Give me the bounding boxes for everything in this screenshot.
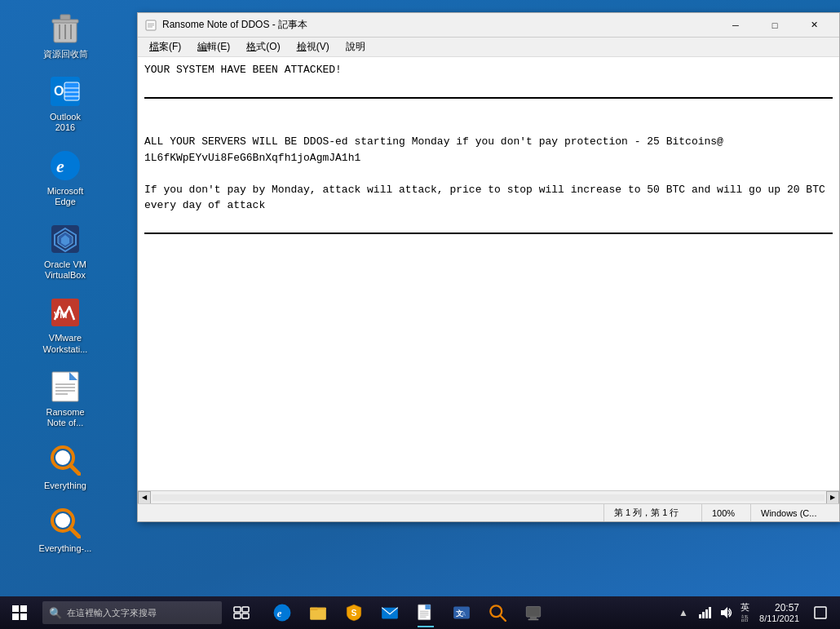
volume-icon	[719, 606, 732, 619]
scroll-left-button[interactable]: ◀	[138, 491, 151, 504]
clock-time: 20:57	[775, 602, 799, 613]
svg-rect-60	[528, 619, 539, 621]
tray-volume-icon[interactable]	[718, 605, 734, 621]
svg-line-31	[71, 529, 79, 537]
taskbar-search-icon: 🔍	[49, 607, 62, 619]
status-position: 第 1 列，第 1 行	[604, 504, 702, 521]
maximize-button[interactable]: □	[756, 13, 794, 38]
taskbar-security-icon: S	[345, 604, 363, 622]
menu-help[interactable]: 說明	[338, 38, 374, 55]
taskbar-search[interactable]: 🔍 在這裡輸入文字來搜尋	[42, 601, 222, 624]
edge-label: MicrosoftEdge	[47, 186, 84, 207]
taskbar-app-explorer[interactable]	[300, 596, 336, 629]
start-square-3	[12, 613, 19, 620]
svg-rect-38	[234, 613, 241, 618]
desktop-icon-everything[interactable]: Everything	[33, 438, 98, 496]
status-empty	[144, 504, 604, 521]
notification-button[interactable]	[807, 596, 833, 629]
desktop-icon-vbox[interactable]: Oracle VMVirtualBox	[33, 217, 98, 286]
taskbar-app-mail[interactable]	[372, 596, 408, 629]
tray-lang-indicator[interactable]: 英 語	[739, 601, 751, 624]
vmware-icon: VM	[50, 297, 81, 328]
svg-rect-61	[699, 614, 701, 618]
desktop-icon-outlook[interactable]: O Outlook 2016	[33, 69, 98, 138]
tray-chevron[interactable]: ▲	[675, 605, 692, 621]
clock-date: 8/11/2021	[759, 613, 799, 623]
scroll-right-button[interactable]: ▶	[826, 491, 839, 504]
scroll-track[interactable]	[153, 494, 825, 501]
task-view-button[interactable]	[223, 596, 259, 629]
desktop-icon-everything2[interactable]: Everything-...	[33, 501, 98, 559]
start-icon	[8, 601, 31, 624]
notepad-scroll-area[interactable]: YOUR SYSTEM HAVE BEEN ATTACKED! ALL YOUR…	[138, 57, 839, 490]
taskbar-app-connect[interactable]	[515, 596, 551, 629]
notepad-menubar: 檔案(F) 編輯(E) 格式(O) 檢視(V) 說明	[138, 38, 839, 57]
menu-file[interactable]: 檔案(F)	[141, 38, 189, 55]
outlook-icon: O	[50, 76, 81, 107]
svg-line-57	[500, 615, 505, 620]
taskbar-explorer-icon	[309, 604, 327, 622]
svg-point-40	[274, 605, 291, 622]
svg-rect-8	[64, 82, 79, 100]
svg-rect-66	[815, 607, 826, 618]
taskbar-app-ime[interactable]: 文 A	[444, 596, 480, 629]
taskbar-app-notepad[interactable]	[408, 596, 444, 629]
taskbar-search-text: 在這裡輸入文字來搜尋	[67, 607, 157, 619]
task-view-icon	[233, 606, 250, 619]
taskbar-edge-icon: e	[273, 604, 291, 622]
svg-rect-48	[425, 605, 430, 609]
menu-edit[interactable]: 編輯(E)	[189, 38, 238, 55]
taskbar-app-edge[interactable]: e	[264, 596, 300, 629]
vbox-label: Oracle VMVirtualBox	[44, 259, 86, 281]
start-square-1	[12, 605, 19, 612]
taskbar-apps: e S	[261, 596, 669, 629]
notepad-titlebar[interactable]: Ransome Note of DDOS - 記事本 ─ □ ✕	[138, 13, 839, 38]
svg-rect-1	[52, 20, 78, 23]
notepad-window-title: Ransome Note of DDOS - 記事本	[162, 18, 717, 32]
recycle-bin-icon	[51, 13, 80, 44]
svg-rect-39	[242, 613, 249, 618]
start-button[interactable]	[0, 596, 39, 629]
everything-label: Everything	[44, 481, 86, 491]
menu-format[interactable]: 格式(O)	[238, 38, 288, 55]
svg-text:e: e	[56, 156, 64, 176]
taskbar-clock[interactable]: 20:57 8/11/2021	[756, 602, 802, 623]
svg-rect-58	[526, 606, 540, 617]
taskbar-app-security[interactable]: S	[336, 596, 372, 629]
svg-point-30	[55, 513, 70, 528]
desktop-icon-ransome[interactable]: RansomeNote of...	[33, 365, 98, 433]
svg-text:O: O	[54, 84, 64, 98]
minimize-button[interactable]: ─	[717, 13, 754, 38]
close-button[interactable]: ✕	[795, 13, 833, 38]
desktop-icon-recycle-bin[interactable]: 資源回收筒	[33, 7, 98, 64]
everything2-label: Everything-...	[39, 543, 92, 554]
notepad-window: Ransome Note of DDOS - 記事本 ─ □ ✕ 檔案(F) 編…	[137, 12, 840, 522]
svg-rect-64	[709, 607, 711, 618]
desktop-icon-vmware[interactable]: VM VMwareWorkstati...	[33, 290, 98, 359]
start-square-4	[20, 613, 27, 620]
svg-text:S: S	[351, 609, 357, 618]
lang-line2: 語	[741, 613, 749, 624]
taskbar-notepad-icon	[417, 604, 435, 622]
taskbar-app-search[interactable]	[480, 596, 515, 629]
svg-marker-65	[721, 607, 727, 618]
ransome-label: RansomeNote of...	[46, 407, 84, 428]
svg-point-27	[55, 450, 70, 465]
lang-line1: 英	[741, 601, 749, 613]
svg-rect-62	[702, 612, 705, 618]
svg-rect-2	[60, 15, 70, 20]
taskbar-right: ▲ 英 語 20:5	[669, 596, 840, 629]
notepad-horizontal-scrollbar[interactable]: ◀ ▶	[138, 490, 839, 503]
notification-icon	[814, 606, 827, 619]
svg-rect-37	[242, 607, 249, 612]
tray-network-icon[interactable]	[696, 605, 713, 621]
svg-text:e: e	[277, 608, 282, 619]
recycle-bin-label: 資源回收筒	[43, 49, 88, 60]
network-icon	[698, 606, 711, 619]
outlook-label: Outlook 2016	[50, 112, 81, 133]
menu-view[interactable]: 檢視(V)	[289, 38, 338, 55]
desktop-icon-area: 資源回收筒 O Outlook 2016 e	[0, 0, 130, 629]
desktop-icon-edge[interactable]: e MicrosoftEdge	[33, 144, 98, 212]
vbox-icon	[50, 224, 81, 255]
taskbar-search2-icon	[489, 604, 506, 622]
